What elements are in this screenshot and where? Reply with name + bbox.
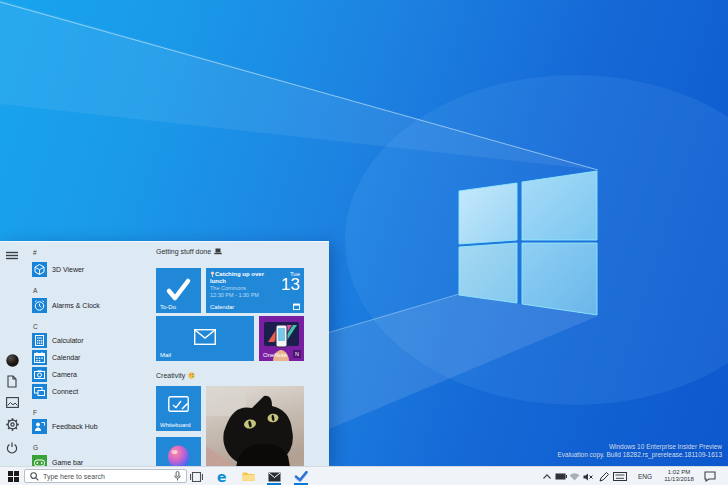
calendar-event-location: The Commons (210, 285, 272, 292)
feedback-hub-icon (32, 419, 47, 434)
task-view-button[interactable] (190, 470, 203, 483)
tile-group-header-creativity[interactable]: Creativity (156, 372, 195, 379)
app-item-game-bar[interactable]: Game bar (32, 455, 83, 466)
tile-whiteboard[interactable]: Whiteboard (156, 386, 201, 431)
tile-paint-3d[interactable] (156, 437, 201, 466)
volume-status-button[interactable] (582, 470, 595, 483)
speaker-muted-icon (583, 473, 594, 481)
keyboard-icon (613, 472, 627, 481)
mail-app-button[interactable] (268, 470, 281, 483)
user-avatar (6, 354, 19, 367)
start-button[interactable] (7, 470, 20, 483)
group-title: Creativity (156, 372, 185, 379)
tile-label: OneNote (263, 352, 287, 358)
camera-icon (32, 367, 47, 382)
windows-logo-icon (8, 471, 19, 482)
group-title: Getting stuff done (156, 248, 211, 255)
applist-header[interactable]: F (33, 409, 37, 416)
todo-check-icon (156, 268, 201, 308)
task-view-icon (190, 472, 203, 482)
mail-envelope-icon (194, 329, 216, 345)
watermark-line2: Evaluation copy. Build 18282.rs_prerelea… (557, 451, 722, 459)
battery-icon (555, 473, 567, 480)
tray-overflow-button[interactable] (540, 470, 553, 483)
connect-icon (32, 384, 47, 399)
applist-header[interactable]: A (33, 287, 37, 294)
todo-app-button[interactable] (294, 470, 307, 483)
laptop-emoji (214, 248, 222, 255)
applist-header[interactable]: G (33, 444, 38, 451)
file-explorer-button[interactable] (242, 470, 255, 483)
app-item-calendar[interactable]: Calendar (32, 350, 80, 365)
app-label: Calculator (52, 337, 84, 344)
start-menu: # 3D Viewer A Alarms & Clock C Calculato… (0, 241, 329, 466)
language-indicator[interactable]: ENG (638, 473, 652, 480)
document-icon (6, 375, 19, 388)
app-label: Connect (52, 388, 78, 395)
power-button[interactable] (6, 442, 19, 455)
tile-label: Mail (160, 352, 171, 358)
applist-header[interactable]: C (33, 323, 38, 330)
microphone-icon[interactable] (174, 471, 181, 481)
app-item-connect[interactable]: Connect (32, 384, 78, 399)
tile-label: To-Do (160, 304, 176, 310)
app-label: Calendar (52, 354, 80, 361)
tile-todo[interactable]: To-Do (156, 268, 201, 313)
tile-photos-cat[interactable] (206, 386, 304, 466)
touch-keyboard-button[interactable] (612, 470, 628, 483)
tile-mail[interactable]: Mail (156, 316, 254, 361)
windows-ink-button[interactable] (597, 470, 610, 483)
taskbar-clock[interactable]: 1:02 PM 11/13/2018 (663, 469, 695, 483)
mail-taskbar-icon (268, 472, 281, 482)
app-item-alarms-clock[interactable]: Alarms & Clock (32, 298, 100, 313)
action-center-button[interactable] (703, 470, 716, 483)
paint-3d-icon (167, 445, 190, 466)
app-item-3d-viewer[interactable]: 3D Viewer (32, 262, 84, 277)
tile-label: Whiteboard (160, 422, 191, 428)
taskbar-search-input[interactable]: Type here to search (24, 469, 187, 483)
todo-taskbar-icon (294, 471, 308, 482)
pictures-icon (6, 397, 19, 408)
battery-status-button[interactable] (554, 470, 567, 483)
pictures-button[interactable] (6, 397, 19, 410)
user-account-button[interactable] (6, 354, 19, 367)
clock-date: 11/13/2018 (663, 476, 695, 483)
app-label: Game bar (52, 459, 83, 466)
tile-calendar[interactable]: Catching up over lunch The Commons 12:30… (206, 268, 304, 313)
network-status-button[interactable] (568, 470, 581, 483)
hamburger-icon (6, 251, 18, 260)
calculator-icon (32, 333, 47, 348)
taskbar: Type here to search e (0, 466, 728, 485)
tile-group-header-getting-stuff-done[interactable]: Getting stuff done (156, 248, 222, 255)
edge-browser-button[interactable]: e (216, 470, 229, 483)
pen-icon (599, 472, 609, 482)
tile-onenote[interactable]: OneNote N (259, 316, 304, 361)
app-label: Feedback Hub (52, 423, 98, 430)
expand-menu-button[interactable] (6, 251, 18, 260)
edge-icon: e (216, 470, 230, 484)
calendar-event-time: 12:30 PM - 1:30 PM (210, 292, 272, 299)
desktop: Windows 10 Enterprise Insider Preview Ev… (0, 0, 728, 485)
clock-time: 1:02 PM (663, 469, 695, 476)
palette-emoji (188, 372, 195, 379)
wifi-icon (569, 473, 580, 481)
cat-photo (206, 386, 304, 466)
app-item-camera[interactable]: Camera (32, 367, 77, 382)
3d-viewer-icon (32, 262, 47, 277)
eval-watermark: Windows 10 Enterprise Insider Preview Ev… (557, 443, 722, 459)
folder-icon (242, 471, 255, 482)
calendar-event-title: Catching up over lunch (210, 271, 272, 285)
settings-button[interactable] (6, 418, 19, 431)
app-item-feedback-hub[interactable]: Feedback Hub (32, 419, 98, 434)
gear-icon (6, 418, 19, 431)
action-center-icon (704, 471, 716, 482)
calendar-icon (32, 350, 47, 365)
watermark-line1: Windows 10 Enterprise Insider Preview (557, 443, 722, 451)
power-icon (6, 442, 19, 454)
app-label: 3D Viewer (52, 266, 84, 273)
chevron-up-icon (543, 474, 551, 479)
app-label: Camera (52, 371, 77, 378)
applist-header[interactable]: # (33, 249, 37, 256)
documents-button[interactable] (6, 375, 19, 388)
app-item-calculator[interactable]: Calculator (32, 333, 84, 348)
